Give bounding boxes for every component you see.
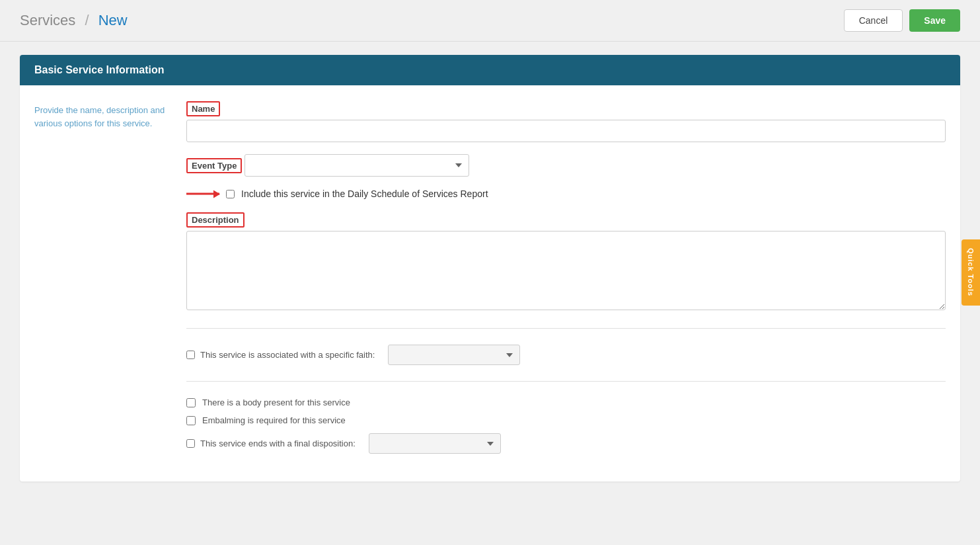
section-body: Provide the name, description and variou… [20,85,960,482]
breadcrumb-current: New [98,12,128,28]
cancel-button[interactable]: Cancel [844,9,903,32]
final-disposition-select[interactable] [369,433,501,454]
section-title: Basic Service Information [34,64,165,75]
side-tab[interactable]: Quick Tools [961,239,980,306]
form-sidebar: Provide the name, description and variou… [34,101,167,462]
final-disposition-row: This service ends with a final dispositi… [186,433,946,454]
description-label: Description [186,212,245,228]
section-header: Basic Service Information [20,55,960,85]
header-actions: Cancel Save [844,9,960,32]
body-present-label: There is a body present for this service [202,398,350,407]
description-field-group: Description [186,212,946,312]
final-disp-checkbox-part: This service ends with a final dispositi… [186,439,356,448]
breadcrumb: Services / New [20,12,128,29]
main-content: Basic Service Information Provide the na… [0,42,980,495]
daily-schedule-label: Include this service in the Daily Schedu… [241,189,488,199]
description-textarea[interactable] [186,231,946,310]
page-header: Services / New Cancel Save [0,0,980,42]
event-type-field-group: Event Type [186,154,946,177]
breadcrumb-parent[interactable]: Services [20,12,75,28]
name-label: Name [186,101,220,116]
daily-schedule-checkbox[interactable] [226,190,235,198]
form-fields: Name Event Type [186,101,946,462]
divider-2 [186,381,946,382]
embalming-row: Embalming is required for this service [186,415,946,425]
arrow-line [186,193,219,195]
form-layout: Provide the name, description and variou… [34,101,946,462]
event-type-label: Event Type [186,158,242,173]
side-tab-label: Quick Tools [967,248,975,296]
faith-row: This service is associated with a specif… [186,345,946,365]
body-present-row: There is a body present for this service [186,398,946,407]
faith-select[interactable] [388,345,520,365]
body-present-checkbox[interactable] [186,398,196,407]
section-card: Basic Service Information Provide the na… [20,55,960,482]
daily-schedule-checkbox-row: Include this service in the Daily Schedu… [226,189,488,199]
final-disposition-checkbox[interactable] [186,439,195,448]
name-field-group: Name [186,101,946,142]
embalming-checkbox[interactable] [186,416,196,425]
sidebar-description: Provide the name, description and variou… [34,105,165,128]
daily-schedule-row: Include this service in the Daily Schedu… [226,189,946,199]
divider-1 [186,328,946,329]
final-disposition-label: This service ends with a final dispositi… [200,439,356,448]
faith-label: This service is associated with a specif… [200,350,375,360]
faith-checkbox-part: This service is associated with a specif… [186,350,375,360]
arrow-indicator [186,193,219,195]
save-button[interactable]: Save [909,9,960,32]
embalming-label: Embalming is required for this service [202,415,346,425]
faith-checkbox[interactable] [186,351,195,359]
event-type-select[interactable] [245,154,469,177]
breadcrumb-separator: / [85,12,89,28]
name-input[interactable] [186,120,946,142]
